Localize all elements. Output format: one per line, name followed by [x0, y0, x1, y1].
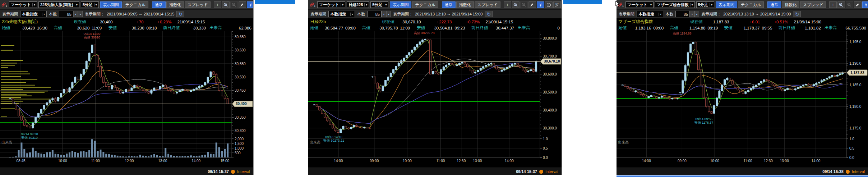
svg-text:30,400.0: 30,400.0 [543, 108, 557, 112]
toolbar-button-表示期間[interactable]: 表示期間 [100, 1, 122, 8]
count-mode-select[interactable]: 本数指定▾ [20, 11, 47, 17]
link-icon[interactable]: 1 [1, 3, 7, 7]
svg-text:i: i [549, 4, 549, 7]
high-label: 高値 [362, 25, 370, 31]
zoom-in-icon-button[interactable] [512, 1, 520, 8]
count-down-button[interactable]: ▼ [382, 11, 386, 17]
high-value: 1,194.88 [678, 26, 705, 30]
instrument-select[interactable]: 日経225▾ [347, 1, 369, 8]
range-label: 表示期間： [85, 12, 105, 17]
svg-text:+: + [832, 3, 834, 7]
mode-button-スプレッド[interactable]: スプレッド [185, 1, 211, 8]
market-select[interactable]: マーケット▾ [317, 1, 345, 8]
ohlc-row: 始値 30,420 16:30 高値 30,620 11:09 安値 30,23… [0, 25, 253, 31]
refresh-button[interactable]: ↻ [485, 11, 493, 17]
mode-button-通常[interactable]: 通常 [152, 1, 166, 8]
plus-icon-button[interactable]: + [829, 1, 837, 8]
mode-button-指数化[interactable]: 指数化 [782, 1, 799, 8]
open-value: 30,584.77 [318, 26, 343, 30]
high-time: 11:09 [92, 26, 105, 30]
toolbar-button-表示期間[interactable]: 表示期間 [716, 1, 737, 8]
svg-text:30,600.0: 30,600.0 [543, 72, 557, 76]
yen-icon-button[interactable]: ¥ [862, 1, 868, 8]
zoom-in-icon-button[interactable] [837, 1, 845, 8]
svg-text:出来高: 出来高 [310, 140, 320, 144]
zoom-out-icon-button[interactable] [230, 1, 238, 8]
plus-icon-button[interactable]: + [214, 1, 221, 8]
status-time: 09/14 15:37 [516, 169, 537, 174]
count-mode-select[interactable]: 本数指定▾ [637, 11, 663, 17]
mode-button-スプレッド[interactable]: スプレッド [800, 1, 826, 8]
range-label: 表示期間： [393, 12, 413, 17]
svg-text:1,175.0: 1,175.0 [849, 126, 862, 130]
svg-text:09:00: 09:00 [678, 159, 687, 163]
pencil-icon-button[interactable] [528, 1, 536, 8]
interval-label: Interval [545, 169, 558, 174]
plus-icon-button[interactable]: + [504, 1, 511, 8]
instrument-select[interactable]: 225先物大阪(期近)▾ [38, 1, 79, 8]
low-value: 30,504.81 [425, 26, 453, 30]
yen-icon-button[interactable]: ¥ [247, 1, 253, 8]
ohlc-row: 始値 1,183.16 09:00 高値 1,194.88 09:19 安値 1… [617, 25, 868, 31]
count-mode-select[interactable]: 本数指定▾ [328, 11, 355, 17]
toolbar-button-テクニカル[interactable]: テクニカル [738, 1, 764, 8]
timeframe-select[interactable]: 5分足▾ [696, 1, 714, 8]
bar-count-input[interactable]: 85 [59, 11, 73, 17]
price-chart[interactable]: 30,800.030,700.030,600.030,500.030,400.0… [308, 31, 562, 165]
mode-button-通常[interactable]: 通常 [442, 1, 456, 8]
mode-button-指数化[interactable]: 指数化 [456, 1, 474, 8]
low-label: 安値 [724, 25, 733, 31]
pencil-icon-button[interactable] [239, 1, 246, 8]
market-select[interactable]: マーケット▾ [625, 1, 654, 8]
svg-text:08:45: 08:45 [17, 159, 26, 163]
price-chart[interactable]: 30,65030,60030,55030,50030,45030,40030,3… [0, 31, 253, 165]
zoom-out-icon-button[interactable] [846, 1, 853, 8]
last-price-label: 現在値 [382, 19, 394, 24]
icon-button-strip: +¥iMY [829, 1, 868, 8]
count-down-button[interactable]: ▼ [690, 11, 694, 17]
refresh-button[interactable]: ↻ [793, 11, 801, 17]
svg-text:出来高: 出来高 [1, 140, 12, 144]
svg-text:0.5: 0.5 [849, 146, 854, 150]
zoom-out-icon-button[interactable] [520, 1, 528, 8]
open-time: 09:00 [345, 26, 358, 30]
chart-window: 1 マーケット▾ マザーズ総合指数▾ 5分足▾ 表示期間テクニカル 通常指数化ス… [617, 0, 868, 175]
period-toolbar: 表示期間 本数指定▾ 本数 85 ▼ ▲ 表示期間： 2021/09/13 13… [308, 10, 562, 19]
pencil-icon-button[interactable] [854, 1, 862, 8]
toolbar-button-テクニカル[interactable]: テクニカル [412, 1, 438, 8]
market-select[interactable]: マーケット▾ [9, 1, 37, 8]
mode-button-スプレッド[interactable]: スプレッド [475, 1, 500, 8]
svg-text:30,500.0: 30,500.0 [543, 90, 557, 94]
toolbar-button-表示期間[interactable]: 表示期間 [390, 1, 411, 8]
yen-icon-button[interactable]: ¥ [537, 1, 544, 8]
refresh-button[interactable]: ↻ [176, 11, 184, 17]
last-price-value: 30,400 [86, 20, 113, 24]
count-down-button[interactable]: ▼ [73, 11, 78, 17]
mode-button-指数化[interactable]: 指数化 [166, 1, 184, 8]
low-label: 安値 [108, 25, 117, 31]
count-up-button[interactable]: ▲ [694, 11, 699, 17]
my-chart-icon-button[interactable]: MY [553, 1, 561, 8]
high-value: 30,620 [62, 26, 90, 30]
svg-text:10:00: 10:00 [403, 159, 412, 163]
svg-text:30,650: 30,650 [235, 35, 246, 39]
toolbar-button-テクニカル[interactable]: テクニカル [123, 1, 148, 8]
interval-indicator-icon [539, 170, 543, 174]
bar-count-input[interactable]: 85 [367, 11, 382, 17]
zoom-in-icon-button[interactable] [222, 1, 230, 8]
open-time: 09:00 [653, 26, 666, 30]
link-icon[interactable]: 1 [310, 3, 315, 7]
open-value: 30,420 [10, 26, 35, 30]
price-chart[interactable]: 1,195.01,190.01,185.01,180.01,175.01.00.… [617, 31, 868, 165]
bar-count-input[interactable]: 85 [675, 11, 690, 17]
timeframe-select[interactable]: 5分足▾ [81, 1, 99, 8]
mode-button-通常[interactable]: 通常 [767, 1, 781, 8]
timeframe-select[interactable]: 5分足▾ [370, 1, 388, 8]
instrument-select[interactable]: マザーズ総合指数▾ [655, 1, 695, 8]
status-bar: 09/14 15:37 Interval [0, 168, 253, 175]
count-up-button[interactable]: ▲ [386, 11, 391, 17]
chart-toolbar: 1 マーケット▾ マザーズ総合指数▾ 5分足▾ 表示期間テクニカル 通常指数化ス… [617, 0, 868, 10]
info-icon-button[interactable]: i [545, 1, 553, 8]
change-percent: +0.73% [452, 20, 480, 24]
count-up-button[interactable]: ▲ [78, 11, 83, 17]
